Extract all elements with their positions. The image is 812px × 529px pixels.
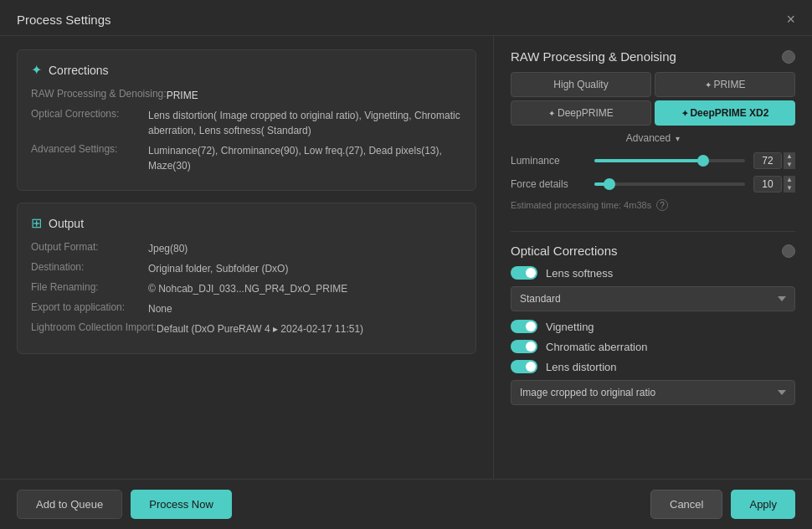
output-section: ⊞ Output Output Format: Jpeg(80) Destina… [17, 203, 476, 354]
force-details-increment[interactable]: ▲ [784, 176, 795, 184]
output-header: ⊞ Output [31, 215, 462, 231]
process-now-button[interactable]: Process Now [131, 490, 232, 519]
processing-time: Estimated processing time: 4m38s ? [511, 199, 795, 211]
export-label: Export to application: [31, 301, 148, 316]
raw-processing-section: RAW Processing & Denoising High Quality … [511, 49, 795, 219]
vignetting-row: Vignetting [511, 320, 795, 333]
lens-softness-dropdown[interactable]: Standard Strong Slight [511, 286, 795, 311]
vignetting-toggle[interactable] [511, 320, 537, 333]
lens-distortion-toggle[interactable] [511, 360, 537, 373]
method-deepprime[interactable]: DeepPRIME [511, 100, 651, 126]
force-details-row: Force details ▲ ▼ [511, 176, 795, 193]
file-renaming-value: © Nohcab_DJI_033...NG_PR4_DxO_PRIME [148, 281, 347, 296]
vignetting-label: Vignetting [546, 321, 594, 333]
lens-softness-row: Lens softness [511, 266, 795, 280]
corrections-title: Corrections [49, 64, 109, 77]
apply-button[interactable]: Apply [731, 490, 795, 519]
file-renaming-label: File Renaming: [31, 281, 148, 296]
output-format-label: Output Format: [31, 241, 148, 256]
luminance-decrement[interactable]: ▼ [784, 161, 795, 169]
corrections-header: ✦ Corrections [31, 62, 462, 78]
right-panel: RAW Processing & Denoising High Quality … [494, 36, 812, 479]
lens-distortion-label: Lens distortion [546, 361, 617, 373]
raw-section-title: RAW Processing & Denoising [511, 49, 795, 64]
output-icon: ⊞ [31, 215, 42, 231]
help-icon[interactable]: ? [656, 199, 668, 211]
destination-row: Destination: Original folder, Subfolder … [31, 261, 462, 276]
method-prime[interactable]: PRIME [655, 72, 795, 97]
method-deepprime-xd2[interactable]: DeepPRIME XD2 [655, 100, 795, 126]
chromatic-aberration-label: Chromatic aberration [546, 341, 647, 353]
add-to-queue-button[interactable]: Add to Queue [17, 490, 122, 519]
lightroom-label: Lightroom Collection Import: [31, 321, 157, 336]
cancel-button[interactable]: Cancel [650, 490, 722, 519]
corrections-icon: ✦ [31, 62, 42, 78]
force-details-value-box: ▲ ▼ [753, 176, 795, 193]
output-title: Output [49, 217, 84, 230]
optical-section-title: Optical Corrections [511, 244, 795, 258]
luminance-row: Luminance ▲ ▼ [511, 152, 795, 169]
force-details-slider-fill [594, 182, 609, 186]
luminance-spinner: ▲ ▼ [784, 152, 795, 169]
output-format-row: Output Format: Jpeg(80) [31, 241, 462, 256]
footer-left: Add to Queue Process Now [17, 490, 232, 519]
export-value: None [148, 301, 172, 316]
footer-right: Cancel Apply [650, 490, 795, 519]
force-details-value-input[interactable] [753, 176, 782, 193]
force-details-decrement[interactable]: ▼ [784, 184, 795, 193]
dialog-body: ✦ Corrections RAW Processing & Denoising… [0, 36, 812, 479]
lightroom-value: Default (DxO PureRAW 4 ▸ 2024-02-17 11:5… [157, 321, 363, 336]
raw-processing-label: RAW Processing & Denoising: [31, 88, 167, 103]
dialog-title: Process Settings [17, 13, 111, 27]
luminance-increment[interactable]: ▲ [784, 152, 795, 161]
force-details-slider-thumb [604, 178, 615, 190]
optical-corrections-section: Optical Corrections Lens softness Standa… [511, 231, 795, 413]
luminance-slider-thumb [697, 155, 709, 167]
dialog-footer: Add to Queue Process Now Cancel Apply [0, 479, 812, 529]
luminance-slider-track[interactable] [594, 159, 745, 162]
file-renaming-row: File Renaming: © Nohcab_DJI_033...NG_PR4… [31, 281, 462, 296]
luminance-label: Luminance [511, 155, 586, 167]
raw-processing-row: RAW Processing & Denoising: PRIME [31, 88, 462, 103]
chromatic-aberration-row: Chromatic aberration [511, 340, 795, 353]
corrections-section: ✦ Corrections RAW Processing & Denoising… [17, 49, 476, 191]
chevron-down-icon: ▾ [676, 134, 680, 143]
luminance-value-box: ▲ ▼ [753, 152, 795, 169]
advanced-settings-label: Advanced Settings: [31, 143, 148, 173]
raw-section-toggle[interactable] [782, 50, 795, 64]
method-grid: High Quality PRIME DeepPRIME DeepPRIME X… [511, 72, 795, 126]
left-panel: ✦ Corrections RAW Processing & Denoising… [0, 36, 494, 479]
optical-corrections-row: Optical Corrections: Lens distortion( Im… [31, 108, 462, 138]
chromatic-aberration-toggle[interactable] [511, 340, 537, 353]
advanced-settings-value: Luminance(72), Chrominance(90), Low freq… [148, 143, 462, 173]
export-row: Export to application: None [31, 301, 462, 316]
raw-processing-value: PRIME [167, 88, 198, 103]
force-details-label: Force details [511, 178, 586, 190]
output-format-value: Jpeg(80) [148, 241, 188, 256]
destination-value: Original folder, Subfolder (DxO) [148, 261, 288, 276]
lens-softness-label: Lens softness [546, 267, 613, 280]
process-settings-dialog: Process Settings × ✦ Corrections RAW Pro… [0, 0, 812, 529]
luminance-value-input[interactable] [753, 152, 782, 169]
close-button[interactable]: × [786, 12, 795, 27]
advanced-toggle[interactable]: Advanced ▾ [511, 132, 795, 144]
method-high-quality[interactable]: High Quality [511, 72, 651, 97]
optical-section-toggle[interactable] [782, 244, 795, 258]
dialog-header: Process Settings × [0, 0, 812, 36]
lens-distortion-dropdown[interactable]: Image cropped to original ratio Keep ori… [511, 380, 795, 405]
force-details-spinner: ▲ ▼ [784, 176, 795, 193]
lens-softness-toggle[interactable] [511, 266, 537, 280]
destination-label: Destination: [31, 261, 148, 276]
advanced-settings-row: Advanced Settings: Luminance(72), Chromi… [31, 143, 462, 173]
lens-distortion-row: Lens distortion [511, 360, 795, 373]
force-details-slider-track[interactable] [594, 182, 745, 186]
luminance-slider-fill [594, 159, 703, 162]
optical-corrections-value: Lens distortion( Image cropped to origin… [148, 108, 462, 138]
optical-corrections-label: Optical Corrections: [31, 108, 148, 138]
lightroom-row: Lightroom Collection Import: Default (Dx… [31, 321, 462, 336]
